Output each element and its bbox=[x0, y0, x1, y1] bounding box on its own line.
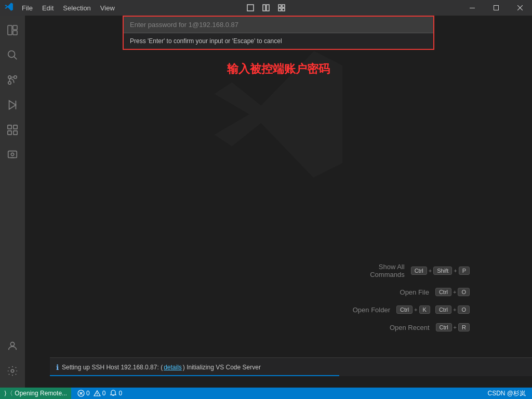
notifications-item[interactable]: 0 bbox=[108, 390, 124, 397]
svg-rect-11 bbox=[8, 25, 12, 35]
svg-rect-12 bbox=[13, 25, 17, 30]
svg-rect-24 bbox=[8, 151, 17, 158]
svg-rect-23 bbox=[14, 131, 17, 135]
main-area: 输入被控端账户密码 Show AllCommands Ctrl + Shift … bbox=[0, 16, 532, 388]
statusbar-right: CSDN @杉岚 bbox=[485, 389, 528, 398]
svg-rect-21 bbox=[14, 125, 17, 129]
svg-rect-8 bbox=[494, 6, 499, 10]
svg-point-28 bbox=[11, 369, 14, 373]
titlebar: File Edit Selection View bbox=[0, 0, 532, 16]
menu-selection[interactable]: Selection bbox=[59, 3, 95, 13]
activity-source-control[interactable] bbox=[0, 68, 25, 92]
close-button[interactable] bbox=[508, 0, 532, 16]
password-dialog: Press 'Enter' to confirm your input or '… bbox=[123, 16, 434, 50]
dialog-overlay: Press 'Enter' to confirm your input or '… bbox=[25, 16, 532, 388]
errors-warnings-item[interactable]: 0 0 bbox=[75, 390, 108, 397]
menu-view[interactable]: View bbox=[96, 3, 119, 13]
svg-rect-4 bbox=[282, 5, 285, 7]
error-count: 0 bbox=[86, 390, 90, 397]
svg-point-27 bbox=[10, 342, 14, 346]
svg-rect-3 bbox=[278, 5, 281, 7]
svg-rect-20 bbox=[8, 125, 11, 129]
menu-file[interactable]: File bbox=[18, 3, 37, 13]
activity-explorer[interactable] bbox=[0, 18, 25, 43]
svg-rect-13 bbox=[13, 31, 17, 35]
window-controls bbox=[460, 0, 532, 16]
svg-point-17 bbox=[14, 76, 17, 79]
svg-rect-2 bbox=[267, 5, 269, 11]
remote-indicator[interactable]: ⟩〈 Opening Remote... bbox=[0, 388, 71, 399]
layout-grid[interactable] bbox=[275, 2, 288, 14]
error-icon bbox=[77, 390, 85, 397]
svg-point-33 bbox=[97, 395, 97, 395]
svg-point-25 bbox=[11, 153, 14, 156]
warning-count: 0 bbox=[102, 390, 106, 397]
csdn-label-item[interactable]: CSDN @杉岚 bbox=[485, 389, 528, 398]
layout-single[interactable] bbox=[244, 2, 257, 14]
svg-rect-0 bbox=[247, 5, 254, 11]
activity-bar bbox=[0, 16, 25, 388]
layout-controls bbox=[244, 2, 288, 14]
menu-edit[interactable]: Edit bbox=[38, 3, 58, 13]
menu-bar: File Edit Selection View bbox=[18, 3, 119, 13]
activity-bottom bbox=[0, 334, 25, 383]
svg-point-16 bbox=[8, 82, 11, 85]
notification-count: 0 bbox=[118, 390, 122, 397]
app-icon bbox=[4, 2, 14, 14]
activity-run[interactable] bbox=[0, 92, 25, 117]
activity-settings[interactable] bbox=[0, 358, 25, 383]
warning-icon bbox=[94, 390, 101, 397]
activity-account[interactable] bbox=[0, 334, 25, 358]
svg-line-15 bbox=[14, 57, 17, 59]
svg-point-14 bbox=[8, 51, 15, 58]
maximize-button[interactable] bbox=[484, 0, 508, 16]
bell-icon bbox=[110, 390, 117, 397]
layout-split[interactable] bbox=[259, 2, 273, 14]
editor-area: 输入被控端账户密码 Show AllCommands Ctrl + Shift … bbox=[25, 16, 532, 388]
activity-search[interactable] bbox=[0, 43, 25, 68]
dialog-hint: Press 'Enter' to confirm your input or '… bbox=[124, 33, 433, 49]
svg-rect-5 bbox=[278, 8, 281, 11]
svg-rect-22 bbox=[8, 131, 11, 135]
minimize-button[interactable] bbox=[460, 0, 484, 16]
password-input[interactable] bbox=[124, 17, 433, 33]
password-input-row bbox=[124, 17, 433, 33]
svg-rect-7 bbox=[470, 8, 475, 8]
svg-rect-1 bbox=[263, 5, 265, 11]
activity-remote-explorer[interactable] bbox=[0, 142, 25, 167]
svg-rect-6 bbox=[282, 8, 285, 11]
status-bar: ⟩〈 Opening Remote... 0 0 0 CSDN @杉岚 bbox=[0, 388, 532, 399]
activity-extensions[interactable] bbox=[0, 117, 25, 142]
